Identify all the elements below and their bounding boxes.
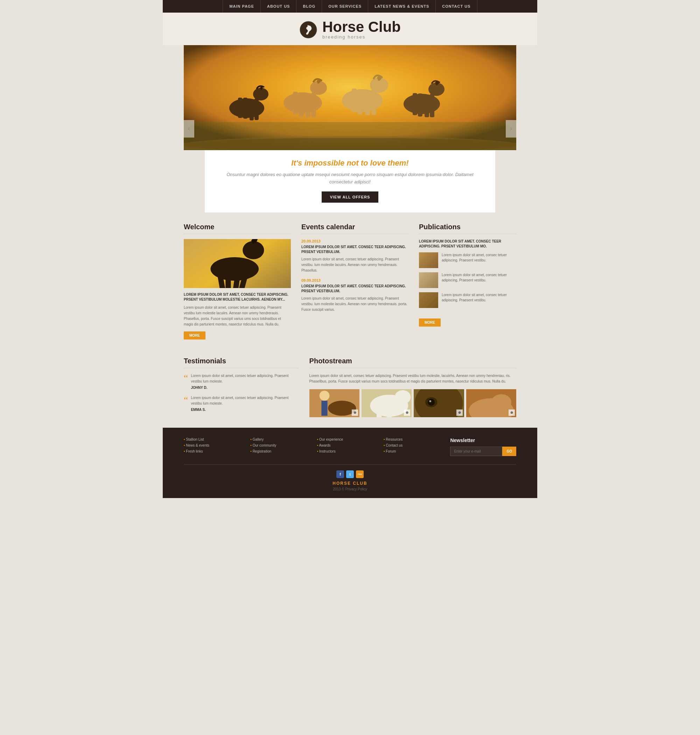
photo-zoom-3[interactable]: ⊕ <box>456 410 463 416</box>
svg-rect-12 <box>306 93 310 117</box>
welcome-bold-text: LOREM IPSUM DOLOR SIT AMET, CONSEC TEER … <box>184 292 291 302</box>
rss-icon[interactable]: rss <box>356 470 364 478</box>
footer-col-3: Our experience Awards Instructors <box>317 438 370 456</box>
footer-link-community[interactable]: Our community <box>250 444 303 447</box>
testimonial-2: “ Lorem ipsum dolor sit amet, consec tet… <box>184 395 299 412</box>
svg-rect-5 <box>250 99 254 121</box>
logo-icon <box>299 21 318 39</box>
photo-4[interactable]: ⊕ <box>466 389 516 417</box>
svg-rect-20 <box>371 90 376 115</box>
social-icons: f t rss <box>184 470 516 478</box>
footer-link-contact[interactable]: Contact us <box>384 444 436 447</box>
svg-rect-47 <box>376 408 381 417</box>
photostream-section: Photostream Lorem ipsum dolor sit amet, … <box>309 357 516 417</box>
footer-link-experience[interactable]: Our experience <box>317 438 370 441</box>
newsletter-form: GO <box>450 447 516 456</box>
footer-links: Stallion List News & events Fresh links … <box>184 438 516 456</box>
nav-news-events[interactable]: LATEST NEWS & EVENTS <box>368 0 436 13</box>
quote-mark-2: “ <box>184 395 188 405</box>
nav-about-us[interactable]: ABOUT US <box>261 0 296 13</box>
pub-thumb-3 <box>419 292 438 308</box>
slider-image <box>184 45 516 150</box>
nav-contact-us[interactable]: CONTACT US <box>436 0 477 13</box>
photostream-title: Photostream <box>309 357 516 368</box>
event-item-1: 20.09.2013 LOREM IPSUM DOLOR SIT AMET. C… <box>301 239 409 273</box>
slider-caption: It's impossible not to love them! Onsunt… <box>205 150 495 212</box>
testimonial-text-2: Lorem ipsum dolor sit amet, consec tetue… <box>191 395 299 406</box>
footer-link-gallery[interactable]: Gallery <box>250 438 303 441</box>
slider-next-button[interactable]: › <box>506 120 516 138</box>
svg-point-52 <box>415 389 463 417</box>
publications-title: Publications <box>419 223 516 234</box>
svg-rect-19 <box>365 91 370 115</box>
svg-rect-30 <box>438 84 441 94</box>
svg-rect-23 <box>381 79 384 90</box>
publications-more-button[interactable]: MORE <box>419 319 441 326</box>
svg-rect-9 <box>263 89 265 99</box>
event-text-2: Lorem ipsum dolor sit amet, consec tetue… <box>301 296 409 313</box>
svg-rect-13 <box>311 93 316 117</box>
nav-services[interactable]: OUR SERVICES <box>322 0 368 13</box>
photo-1[interactable]: ⊕ <box>309 389 359 417</box>
testimonials-title: Testimonials <box>184 357 299 368</box>
svg-rect-18 <box>357 89 362 115</box>
welcome-image <box>184 239 291 288</box>
pub-text-3: Lorem ipsum dolor sit amet, consec tetue… <box>442 292 516 308</box>
footer-link-registration[interactable]: Registration <box>250 450 303 453</box>
slider-prev-button[interactable]: ‹ <box>184 120 194 138</box>
facebook-icon[interactable]: f <box>336 470 344 478</box>
slider-text: Onsuntur magni dolores eo quatione uptat… <box>219 171 481 186</box>
footer-link-awards[interactable]: Awards <box>317 444 370 447</box>
site-header: Horse Club breeding horses <box>163 13 537 45</box>
quote-mark-1: “ <box>184 373 188 383</box>
pub-thumb-2 <box>419 272 438 288</box>
view-all-offers-button[interactable]: VIEW ALL OFFERS <box>322 191 379 203</box>
slider-title: It's impossible not to love them! <box>219 159 481 168</box>
svg-rect-21 <box>352 88 357 112</box>
photo-zoom-2[interactable]: ⊕ <box>404 410 410 416</box>
svg-rect-27 <box>430 94 434 117</box>
events-title: Events calendar <box>301 223 409 234</box>
footer-bottom: f t rss HORSE CLUB 2013 © Privacy Policy <box>184 465 516 491</box>
photo-grid: ⊕ ⊕ <box>309 389 516 417</box>
event-item-2: 09.09.2013 LOREM IPSUM DOLOR SIT AMET. C… <box>301 278 409 313</box>
svg-point-49 <box>395 390 411 404</box>
svg-rect-26 <box>425 94 429 117</box>
nav-main-page[interactable]: MAIN PAGE <box>223 0 261 13</box>
footer-copyright: 2013 © Privacy Policy <box>184 487 516 491</box>
footer-link-news[interactable]: News & events <box>184 444 236 447</box>
twitter-icon[interactable]: t <box>346 470 354 478</box>
newsletter-email-input[interactable] <box>450 447 502 456</box>
footer-link-fresh[interactable]: Fresh links <box>184 450 236 453</box>
photo-zoom-4[interactable]: ⊕ <box>509 410 515 416</box>
newsletter-title: Newsletter <box>450 438 516 443</box>
photo-3[interactable]: ⊕ <box>414 389 464 417</box>
svg-rect-48 <box>387 409 392 417</box>
site-footer: Stallion List News & events Fresh links … <box>163 428 537 498</box>
welcome-more-button[interactable]: MORE <box>184 331 206 340</box>
header-text: Horse Club breeding horses <box>322 20 401 40</box>
event-text-1: Lorem ipsum dolor sit amet, consec tetue… <box>301 257 409 273</box>
testimonial-name-2: EMMA S. <box>191 408 299 412</box>
svg-rect-59 <box>502 396 506 407</box>
newsletter-go-button[interactable]: GO <box>502 447 516 456</box>
site-title: Horse Club <box>322 20 401 34</box>
photo-2[interactable]: ⊕ <box>362 389 412 417</box>
svg-rect-25 <box>418 93 422 116</box>
footer-link-resources[interactable]: Resources <box>384 438 436 441</box>
svg-rect-6 <box>254 98 259 120</box>
svg-point-42 <box>319 391 329 401</box>
footer-brand: HORSE CLUB <box>184 481 516 486</box>
testimonial-name-1: JOHNY D. <box>191 386 299 390</box>
svg-rect-28 <box>413 93 417 115</box>
svg-rect-7 <box>238 98 242 118</box>
svg-point-58 <box>491 394 511 410</box>
nav-blog[interactable]: BLOG <box>296 0 322 13</box>
svg-point-39 <box>243 241 264 259</box>
testimonial-content-2: Lorem ipsum dolor sit amet, consec tetue… <box>191 395 299 412</box>
photo-zoom-1[interactable]: ⊕ <box>352 410 358 416</box>
footer-link-stallion[interactable]: Stallion List <box>184 438 236 441</box>
footer-link-instructors[interactable]: Instructors <box>317 450 370 453</box>
footer-link-forum[interactable]: Forum <box>384 450 436 453</box>
svg-rect-40 <box>255 242 259 255</box>
